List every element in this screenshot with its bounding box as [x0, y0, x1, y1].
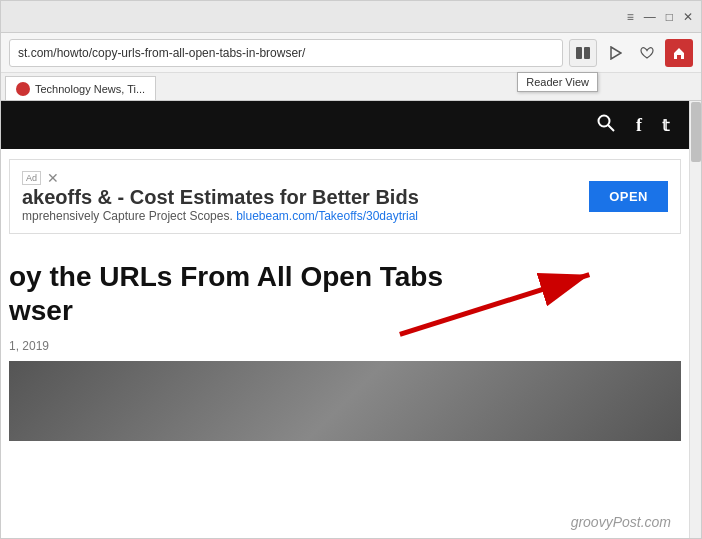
- groovy-watermark: groovyPost.com: [571, 514, 671, 530]
- scrollbar-thumb[interactable]: [691, 102, 701, 162]
- address-bar[interactable]: st.com/howto/copy-urls-from-all-open-tab…: [9, 39, 563, 67]
- scrollbar[interactable]: [689, 101, 701, 538]
- favorites-button[interactable]: [633, 39, 661, 67]
- heart-icon: [640, 46, 654, 60]
- reader-view-icon: [575, 45, 591, 61]
- svg-marker-2: [611, 47, 621, 59]
- article-section: oy the URLs From All Open Tabs wser 1, 2…: [1, 244, 689, 449]
- active-tab[interactable]: Technology News, Ti...: [5, 76, 156, 100]
- ad-labels: Ad ✕: [22, 170, 419, 186]
- reader-view-tooltip: Reader View: [517, 72, 598, 92]
- svg-rect-1: [584, 47, 590, 59]
- ad-title: akeoffs & - Cost Estimates for Better Bi…: [22, 186, 419, 209]
- url-text: st.com/howto/copy-urls-from-all-open-tab…: [18, 46, 305, 60]
- article-title: oy the URLs From All Open Tabs wser: [9, 260, 681, 327]
- article-image: [9, 361, 681, 441]
- address-bar-area: st.com/howto/copy-urls-from-all-open-tab…: [1, 33, 701, 73]
- ad-close-button[interactable]: ✕: [47, 170, 59, 186]
- ad-link[interactable]: bluebeam.com/Takeoffs/30daytrial: [236, 209, 418, 223]
- svg-point-4: [599, 115, 610, 126]
- site-nav: f 𝕥: [1, 101, 689, 149]
- browser-window: ≡ — □ ✕ st.com/howto/copy-urls-from-all-…: [0, 0, 702, 539]
- tab-favicon: [16, 82, 30, 96]
- home-button[interactable]: [665, 39, 693, 67]
- article-date: 1, 2019: [9, 339, 681, 353]
- ad-description: mprehensively Capture Project Scopes. bl…: [22, 209, 419, 223]
- page-wrapper: f 𝕥 Ad ✕ akeoffs & - Cost Estimates for …: [1, 101, 701, 538]
- ad-banner: Ad ✕ akeoffs & - Cost Estimates for Bett…: [9, 159, 681, 234]
- restore-button[interactable]: □: [666, 10, 673, 24]
- title-bar-controls: ≡ — □ ✕: [627, 10, 693, 24]
- play-icon: [608, 46, 622, 60]
- ad-open-button[interactable]: OPEN: [589, 181, 668, 212]
- search-icon[interactable]: [596, 113, 616, 138]
- facebook-icon[interactable]: f: [636, 115, 642, 136]
- reading-list-button[interactable]: [601, 39, 629, 67]
- menu-icon[interactable]: ≡: [627, 10, 634, 24]
- ad-badge: Ad: [22, 171, 41, 185]
- close-button[interactable]: ✕: [683, 10, 693, 24]
- page-content: f 𝕥 Ad ✕ akeoffs & - Cost Estimates for …: [1, 101, 689, 538]
- minimize-button[interactable]: —: [644, 10, 656, 24]
- browser-icons: Reader View: [569, 39, 693, 67]
- home-icon: [672, 46, 686, 60]
- ad-content-right: OPEN: [589, 181, 668, 212]
- twitter-icon[interactable]: 𝕥: [662, 116, 669, 135]
- ad-content-left: Ad ✕ akeoffs & - Cost Estimates for Bett…: [22, 170, 419, 223]
- reader-view-button[interactable]: Reader View: [569, 39, 597, 67]
- title-bar: ≡ — □ ✕: [1, 1, 701, 33]
- svg-rect-0: [576, 47, 582, 59]
- svg-line-5: [608, 125, 614, 131]
- tab-label: Technology News, Ti...: [35, 83, 145, 95]
